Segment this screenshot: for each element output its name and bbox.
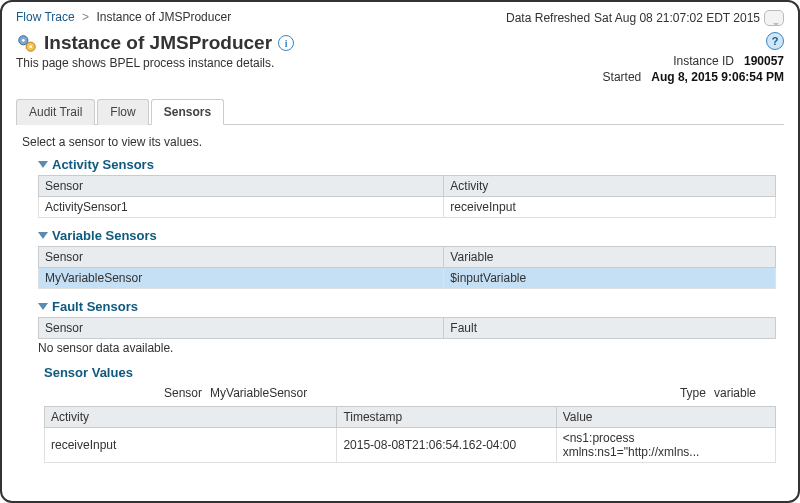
sv-sensor-label: Sensor <box>164 386 202 400</box>
fault-sensors-header[interactable]: Fault Sensors <box>38 299 776 314</box>
variable-sensors-table: Sensor Variable MyVariableSensor $inputV… <box>38 246 776 289</box>
column-header[interactable]: Value <box>556 407 775 428</box>
breadcrumb-sep: > <box>82 10 89 24</box>
fault-sensors-section: Fault Sensors Sensor Fault No sensor dat… <box>38 299 776 355</box>
comment-icon[interactable] <box>764 10 784 26</box>
help-icon[interactable]: ? <box>766 32 784 50</box>
variable-sensors-section: Variable Sensors Sensor Variable MyVaria… <box>38 228 776 289</box>
collapse-icon <box>38 303 48 310</box>
tab-audit-trail[interactable]: Audit Trail <box>16 99 95 125</box>
data-refreshed: Data Refreshed Sat Aug 08 21:07:02 EDT 2… <box>506 10 784 26</box>
sv-sensor-value: MyVariableSensor <box>210 386 307 400</box>
process-gear-icon <box>16 32 38 54</box>
breadcrumb-current: Instance of JMSProducer <box>96 10 231 24</box>
breadcrumb: Flow Trace > Instance of JMSProducer <box>16 10 231 24</box>
column-header[interactable]: Fault <box>444 318 776 339</box>
tab-sensors[interactable]: Sensors <box>151 99 224 125</box>
column-header[interactable]: Sensor <box>39 176 444 197</box>
column-header[interactable]: Activity <box>45 407 337 428</box>
page-subtitle: This page shows BPEL process instance de… <box>16 56 294 70</box>
collapse-icon <box>38 232 48 239</box>
breadcrumb-root-link[interactable]: Flow Trace <box>16 10 75 24</box>
instance-id-label: Instance ID <box>673 54 734 68</box>
info-icon[interactable]: i <box>278 35 294 51</box>
activity-sensors-table: Sensor Activity ActivitySensor1 receiveI… <box>38 175 776 218</box>
fault-sensors-table: Sensor Fault <box>38 317 776 339</box>
sensor-values-header: Sensor Values <box>44 365 776 380</box>
instance-id-value: 190057 <box>744 54 784 68</box>
tab-bar: Audit Trail Flow Sensors <box>16 98 784 125</box>
no-data-text: No sensor data available. <box>38 341 776 355</box>
tab-flow[interactable]: Flow <box>97 99 148 125</box>
collapse-icon <box>38 161 48 168</box>
table-row[interactable]: MyVariableSensor $inputVariable <box>39 268 776 289</box>
column-header[interactable]: Sensor <box>39 318 444 339</box>
activity-sensors-section: Activity Sensors Sensor Activity Activit… <box>38 157 776 218</box>
column-header[interactable]: Timestamp <box>337 407 556 428</box>
svg-point-3 <box>29 45 32 48</box>
column-header[interactable]: Variable <box>444 247 776 268</box>
sv-type-label: Type <box>680 386 706 400</box>
instructions-text: Select a sensor to view its values. <box>22 135 784 149</box>
column-header[interactable]: Sensor <box>39 247 444 268</box>
page-title: Instance of JMSProducer <box>44 32 272 54</box>
variable-sensors-header[interactable]: Variable Sensors <box>38 228 776 243</box>
sensor-values-section: Sensor Values Sensor MyVariableSensor Ty… <box>44 365 776 463</box>
column-header[interactable]: Activity <box>444 176 776 197</box>
started-value: Aug 8, 2015 9:06:54 PM <box>651 70 784 84</box>
sensor-values-table: Activity Timestamp Value receiveInput 20… <box>44 406 776 463</box>
table-row[interactable]: ActivitySensor1 receiveInput <box>39 197 776 218</box>
started-label: Started <box>603 70 642 84</box>
table-row[interactable]: receiveInput 2015-08-08T21:06:54.162-04:… <box>45 428 776 463</box>
svg-point-1 <box>22 39 25 42</box>
sv-type-value: variable <box>714 386 756 400</box>
activity-sensors-header[interactable]: Activity Sensors <box>38 157 776 172</box>
